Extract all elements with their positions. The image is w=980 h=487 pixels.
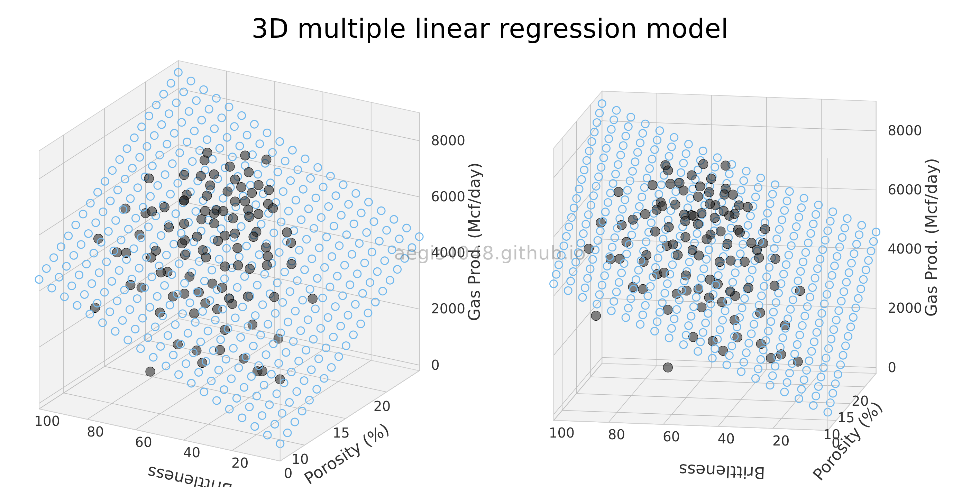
data-marker	[716, 226, 725, 236]
data-marker	[744, 283, 753, 293]
data-marker	[679, 186, 688, 195]
data-marker	[719, 346, 728, 356]
data-marker	[146, 367, 155, 376]
y-tick: 20	[231, 455, 249, 471]
data-marker	[720, 190, 729, 199]
data-marker	[160, 203, 169, 212]
data-marker	[249, 232, 258, 242]
z-tick: 2000	[431, 301, 465, 317]
figure: 3D multiple linear regression model 1015…	[0, 0, 980, 487]
data-marker	[239, 354, 248, 363]
z-axis-label: Gas Prod. (Mcf/day)	[465, 162, 484, 321]
data-marker	[180, 219, 189, 228]
data-marker	[671, 200, 680, 209]
y-tick: 80	[87, 424, 104, 439]
data-marker	[721, 161, 730, 170]
data-marker	[202, 191, 212, 200]
data-marker	[658, 202, 667, 211]
data-marker	[209, 209, 219, 218]
y-tick: 60	[663, 429, 680, 444]
data-marker	[706, 174, 716, 183]
data-marker	[641, 209, 650, 219]
data-marker	[663, 166, 673, 175]
z-tick: 2000	[888, 300, 922, 316]
x-tick: 10	[292, 451, 309, 467]
data-marker	[245, 212, 254, 221]
data-marker	[664, 223, 673, 232]
data-marker	[628, 215, 638, 224]
data-marker	[596, 218, 605, 227]
data-marker	[725, 211, 734, 220]
data-marker	[694, 192, 703, 201]
data-marker	[200, 299, 210, 308]
data-marker	[240, 151, 250, 160]
data-marker	[243, 292, 253, 301]
data-marker	[705, 199, 714, 208]
data-marker	[705, 275, 715, 284]
data-marker	[735, 228, 745, 237]
z-axis-label: Gas Prod. (Mcf/day)	[922, 158, 940, 317]
data-marker	[205, 181, 215, 190]
data-marker	[681, 216, 690, 226]
data-marker	[237, 182, 246, 192]
watermark-text: aegis4048.github.io	[0, 242, 980, 264]
data-marker	[254, 181, 263, 190]
y-axis-label: Brittleness	[678, 460, 765, 482]
data-marker	[248, 320, 257, 329]
y-tick: 0	[284, 466, 293, 481]
data-marker	[681, 232, 690, 242]
data-marker	[197, 215, 206, 224]
data-marker	[264, 185, 274, 195]
data-marker	[743, 202, 752, 212]
y-tick: 0	[832, 435, 840, 451]
data-marker	[693, 219, 703, 229]
data-marker	[708, 337, 718, 346]
data-marker	[228, 299, 237, 309]
z-tick: 0	[431, 357, 440, 373]
data-marker	[231, 197, 240, 206]
data-marker	[244, 167, 253, 177]
y-tick: 20	[772, 433, 790, 449]
data-marker	[591, 311, 601, 320]
data-marker	[247, 188, 256, 197]
data-marker	[196, 171, 205, 181]
z-tick: 8000	[431, 133, 465, 148]
data-marker	[274, 334, 283, 343]
data-marker	[681, 271, 690, 280]
data-marker	[200, 156, 209, 165]
data-marker	[210, 219, 219, 228]
data-marker	[308, 294, 317, 303]
data-marker	[262, 155, 271, 164]
data-marker	[217, 283, 227, 292]
data-marker	[663, 305, 673, 314]
data-marker	[208, 279, 217, 288]
z-tick: 6000	[431, 189, 465, 204]
data-marker	[698, 159, 708, 169]
z-tick: 0	[888, 360, 896, 375]
data-marker	[209, 169, 219, 179]
data-marker	[245, 264, 254, 274]
data-marker	[126, 280, 135, 290]
data-marker	[240, 196, 250, 206]
data-marker	[663, 363, 673, 372]
data-marker	[228, 214, 238, 223]
y-tick: 100	[34, 413, 60, 429]
data-marker	[168, 292, 177, 301]
data-marker	[147, 207, 157, 216]
data-marker	[164, 223, 173, 232]
z-tick: 8000	[888, 123, 922, 138]
data-marker	[179, 170, 189, 180]
data-marker	[268, 204, 277, 213]
data-marker	[218, 207, 228, 216]
data-marker	[192, 232, 202, 241]
data-marker	[695, 181, 705, 191]
data-marker	[144, 173, 154, 183]
y-tick: 40	[718, 431, 735, 447]
data-marker	[269, 292, 279, 302]
data-marker	[230, 229, 239, 238]
data-marker	[710, 213, 719, 223]
data-marker	[189, 309, 199, 318]
y-tick: 60	[135, 434, 152, 450]
figure-suptitle: 3D multiple linear regression model	[0, 13, 980, 44]
x-tick: 15	[332, 425, 350, 441]
